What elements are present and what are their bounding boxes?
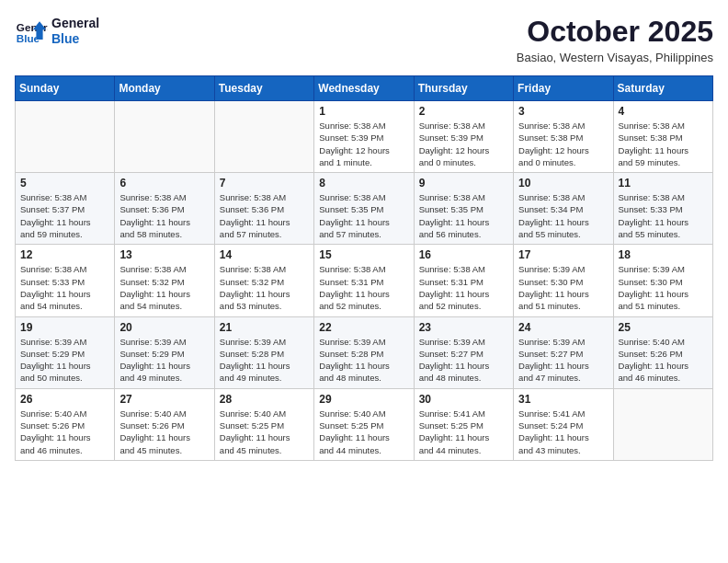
day-detail: Sunrise: 5:38 AM Sunset: 5:33 PM Dayligh… bbox=[619, 191, 708, 240]
day-cell-4: 4Sunrise: 5:38 AM Sunset: 5:38 PM Daylig… bbox=[613, 101, 712, 173]
day-number: 23 bbox=[419, 321, 508, 334]
day-number: 20 bbox=[119, 321, 209, 334]
day-number: 31 bbox=[518, 393, 608, 406]
day-number: 29 bbox=[319, 393, 408, 406]
day-detail: Sunrise: 5:39 AM Sunset: 5:29 PM Dayligh… bbox=[119, 336, 209, 385]
day-detail: Sunrise: 5:38 AM Sunset: 5:38 PM Dayligh… bbox=[619, 120, 708, 168]
day-cell-22: 22Sunrise: 5:39 AM Sunset: 5:28 PM Dayli… bbox=[314, 316, 414, 388]
week-row-3: 12Sunrise: 5:38 AM Sunset: 5:33 PM Dayli… bbox=[16, 245, 713, 316]
day-cell-1: 1Sunrise: 5:38 AM Sunset: 5:39 PM Daylig… bbox=[314, 101, 414, 173]
day-number: 8 bbox=[319, 177, 408, 190]
day-cell-21: 21Sunrise: 5:39 AM Sunset: 5:28 PM Dayli… bbox=[214, 316, 313, 388]
day-number: 22 bbox=[319, 321, 408, 334]
day-detail: Sunrise: 5:38 AM Sunset: 5:33 PM Dayligh… bbox=[20, 263, 109, 312]
day-cell-18: 18Sunrise: 5:39 AM Sunset: 5:30 PM Dayli… bbox=[613, 245, 712, 316]
day-detail: Sunrise: 5:38 AM Sunset: 5:39 PM Dayligh… bbox=[319, 120, 408, 168]
day-number: 4 bbox=[619, 105, 708, 118]
day-number: 11 bbox=[619, 177, 708, 190]
empty-cell bbox=[16, 101, 115, 173]
day-detail: Sunrise: 5:39 AM Sunset: 5:29 PM Dayligh… bbox=[20, 336, 109, 385]
day-detail: Sunrise: 5:38 AM Sunset: 5:36 PM Dayligh… bbox=[220, 191, 309, 240]
weekday-header-monday: Monday bbox=[115, 76, 214, 101]
day-detail: Sunrise: 5:40 AM Sunset: 5:25 PM Dayligh… bbox=[319, 408, 408, 456]
day-cell-8: 8Sunrise: 5:38 AM Sunset: 5:35 PM Daylig… bbox=[314, 173, 414, 245]
day-cell-16: 16Sunrise: 5:38 AM Sunset: 5:31 PM Dayli… bbox=[414, 245, 513, 316]
day-cell-26: 26Sunrise: 5:40 AM Sunset: 5:26 PM Dayli… bbox=[16, 388, 115, 460]
day-cell-9: 9Sunrise: 5:38 AM Sunset: 5:35 PM Daylig… bbox=[414, 173, 513, 245]
day-detail: Sunrise: 5:41 AM Sunset: 5:25 PM Dayligh… bbox=[419, 408, 508, 456]
day-number: 16 bbox=[419, 248, 508, 261]
day-detail: Sunrise: 5:41 AM Sunset: 5:24 PM Dayligh… bbox=[518, 408, 608, 456]
day-number: 28 bbox=[220, 393, 309, 406]
day-cell-13: 13Sunrise: 5:38 AM Sunset: 5:32 PM Dayli… bbox=[115, 245, 214, 316]
day-cell-5: 5Sunrise: 5:38 AM Sunset: 5:37 PM Daylig… bbox=[16, 173, 115, 245]
logo-text: General Blue bbox=[51, 16, 99, 47]
day-cell-28: 28Sunrise: 5:40 AM Sunset: 5:25 PM Dayli… bbox=[214, 388, 313, 460]
day-detail: Sunrise: 5:39 AM Sunset: 5:27 PM Dayligh… bbox=[419, 336, 508, 385]
day-number: 26 bbox=[20, 393, 109, 406]
day-number: 9 bbox=[419, 177, 508, 190]
day-number: 17 bbox=[518, 248, 608, 261]
day-detail: Sunrise: 5:39 AM Sunset: 5:30 PM Dayligh… bbox=[518, 263, 608, 312]
day-number: 14 bbox=[220, 248, 309, 261]
day-number: 2 bbox=[419, 105, 508, 118]
day-number: 30 bbox=[419, 393, 508, 406]
day-number: 12 bbox=[20, 248, 109, 261]
day-number: 1 bbox=[319, 105, 408, 118]
empty-cell bbox=[613, 388, 712, 460]
day-number: 3 bbox=[518, 105, 608, 118]
day-cell-14: 14Sunrise: 5:38 AM Sunset: 5:32 PM Dayli… bbox=[214, 245, 313, 316]
day-cell-2: 2Sunrise: 5:38 AM Sunset: 5:39 PM Daylig… bbox=[414, 101, 513, 173]
day-cell-3: 3Sunrise: 5:38 AM Sunset: 5:38 PM Daylig… bbox=[514, 101, 613, 173]
weekday-header-saturday: Saturday bbox=[613, 76, 712, 101]
weekday-header-friday: Friday bbox=[514, 76, 613, 101]
week-row-5: 26Sunrise: 5:40 AM Sunset: 5:26 PM Dayli… bbox=[16, 388, 713, 460]
week-row-1: 1Sunrise: 5:38 AM Sunset: 5:39 PM Daylig… bbox=[16, 101, 713, 173]
day-number: 18 bbox=[619, 248, 708, 261]
calendar-table: SundayMondayTuesdayWednesdayThursdayFrid… bbox=[15, 75, 713, 461]
day-detail: Sunrise: 5:40 AM Sunset: 5:25 PM Dayligh… bbox=[220, 408, 309, 456]
day-number: 7 bbox=[220, 177, 309, 190]
day-detail: Sunrise: 5:38 AM Sunset: 5:34 PM Dayligh… bbox=[518, 191, 608, 240]
day-cell-15: 15Sunrise: 5:38 AM Sunset: 5:31 PM Dayli… bbox=[314, 245, 414, 316]
page-header: General Blue General Blue October 2025 B… bbox=[15, 15, 713, 64]
day-number: 5 bbox=[20, 177, 109, 190]
day-number: 10 bbox=[518, 177, 608, 190]
week-row-2: 5Sunrise: 5:38 AM Sunset: 5:37 PM Daylig… bbox=[16, 173, 713, 245]
day-detail: Sunrise: 5:38 AM Sunset: 5:32 PM Dayligh… bbox=[119, 263, 209, 312]
day-cell-6: 6Sunrise: 5:38 AM Sunset: 5:36 PM Daylig… bbox=[115, 173, 214, 245]
empty-cell bbox=[214, 101, 313, 173]
logo: General Blue General Blue bbox=[15, 15, 99, 48]
weekday-header-wednesday: Wednesday bbox=[314, 76, 414, 101]
day-detail: Sunrise: 5:40 AM Sunset: 5:26 PM Dayligh… bbox=[619, 336, 708, 385]
day-number: 13 bbox=[119, 248, 209, 261]
day-cell-12: 12Sunrise: 5:38 AM Sunset: 5:33 PM Dayli… bbox=[16, 245, 115, 316]
day-detail: Sunrise: 5:40 AM Sunset: 5:26 PM Dayligh… bbox=[119, 408, 209, 456]
day-cell-24: 24Sunrise: 5:39 AM Sunset: 5:27 PM Dayli… bbox=[514, 316, 613, 388]
day-cell-11: 11Sunrise: 5:38 AM Sunset: 5:33 PM Dayli… bbox=[613, 173, 712, 245]
day-cell-29: 29Sunrise: 5:40 AM Sunset: 5:25 PM Dayli… bbox=[314, 388, 414, 460]
day-cell-25: 25Sunrise: 5:40 AM Sunset: 5:26 PM Dayli… bbox=[613, 316, 712, 388]
day-cell-30: 30Sunrise: 5:41 AM Sunset: 5:25 PM Dayli… bbox=[414, 388, 513, 460]
day-detail: Sunrise: 5:38 AM Sunset: 5:32 PM Dayligh… bbox=[220, 263, 309, 312]
day-detail: Sunrise: 5:38 AM Sunset: 5:39 PM Dayligh… bbox=[419, 120, 508, 168]
day-cell-17: 17Sunrise: 5:39 AM Sunset: 5:30 PM Dayli… bbox=[514, 245, 613, 316]
day-detail: Sunrise: 5:38 AM Sunset: 5:35 PM Dayligh… bbox=[319, 191, 408, 240]
day-cell-23: 23Sunrise: 5:39 AM Sunset: 5:27 PM Dayli… bbox=[414, 316, 513, 388]
day-cell-10: 10Sunrise: 5:38 AM Sunset: 5:34 PM Dayli… bbox=[514, 173, 613, 245]
location-subtitle: Basiao, Western Visayas, Philippines bbox=[517, 51, 713, 64]
day-number: 24 bbox=[518, 321, 608, 334]
day-detail: Sunrise: 5:39 AM Sunset: 5:28 PM Dayligh… bbox=[220, 336, 309, 385]
week-row-4: 19Sunrise: 5:39 AM Sunset: 5:29 PM Dayli… bbox=[16, 316, 713, 388]
day-detail: Sunrise: 5:38 AM Sunset: 5:37 PM Dayligh… bbox=[20, 191, 109, 240]
day-detail: Sunrise: 5:39 AM Sunset: 5:27 PM Dayligh… bbox=[518, 336, 608, 385]
day-detail: Sunrise: 5:39 AM Sunset: 5:30 PM Dayligh… bbox=[619, 263, 708, 312]
day-detail: Sunrise: 5:38 AM Sunset: 5:35 PM Dayligh… bbox=[419, 191, 508, 240]
day-number: 27 bbox=[119, 393, 209, 406]
day-number: 19 bbox=[20, 321, 109, 334]
day-cell-19: 19Sunrise: 5:39 AM Sunset: 5:29 PM Dayli… bbox=[16, 316, 115, 388]
logo-icon: General Blue bbox=[15, 15, 48, 48]
day-cell-31: 31Sunrise: 5:41 AM Sunset: 5:24 PM Dayli… bbox=[514, 388, 613, 460]
month-title: October 2025 bbox=[517, 15, 713, 49]
day-cell-7: 7Sunrise: 5:38 AM Sunset: 5:36 PM Daylig… bbox=[214, 173, 313, 245]
